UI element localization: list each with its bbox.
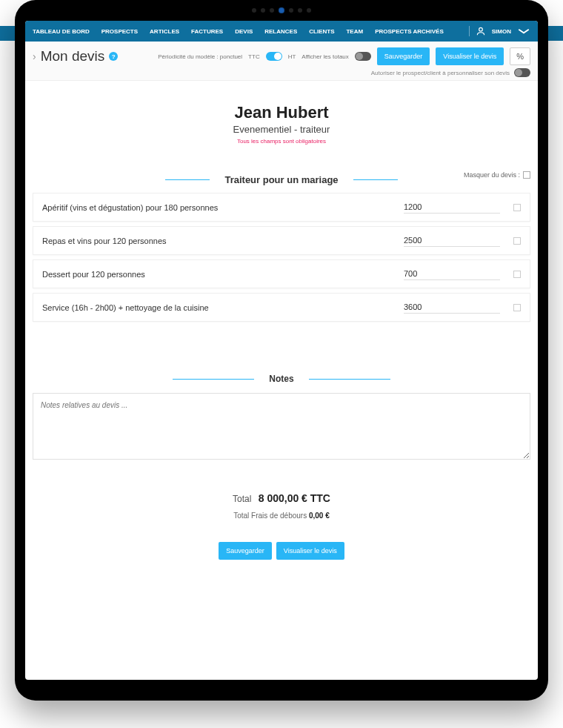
total-label: Total [233,494,251,504]
nav-items: TABLEAU DE BORD PROSPECTS ARTICLES FACTU… [33,28,444,35]
view-quote-button[interactable]: Visualiser le devis [436,47,504,65]
tablet-frame: TABLEAU DE BORD PROSPECTS ARTICLES FACTU… [15,0,548,701]
line-item-price[interactable]: 2500 [404,234,500,247]
periodicity-label: Périodicité du modèle : ponctuel [158,53,242,60]
line-item-desc[interactable]: Repas et vins pour 120 personnes [42,236,404,245]
debours-amount: 0,00 € [309,512,330,520]
nav-prospects[interactable]: PROSPECTS [101,28,138,35]
line-item: Dessert pour 120 personnes 700 [33,259,530,288]
line-item: Apéritif (vins et dégustation) pour 180 … [33,193,530,222]
notes-title: Notes [269,374,293,384]
user-name: SIMON [492,28,511,35]
section-header: Traiteur pour un mariage Masquer du devi… [33,174,530,185]
notes-section: Notes [33,374,530,463]
total-amount: 8 000,00 € TTC [259,492,330,504]
page-title: Mon devis [41,48,105,64]
line-item-price[interactable]: 3600 [404,301,500,314]
ttc-ht-toggle[interactable] [266,52,282,61]
footer-view-button[interactable]: Visualiser le devis [276,542,344,560]
debours-label: Total Frais de débours [233,512,307,520]
line-item-price[interactable]: 700 [404,268,500,280]
line-item-checkbox[interactable] [513,304,521,311]
line-item-checkbox[interactable] [513,204,521,211]
nav-reminders[interactable]: RELANCES [264,28,297,35]
percent-button[interactable]: % [510,47,530,65]
required-fields-note: Tous les champs sont obligatoires [33,138,530,145]
nav-separator [469,26,470,36]
section-line-right [353,179,398,180]
show-totals-label: Afficher les totaux [302,53,348,60]
client-name: Jean Hubert [33,103,530,122]
nav-articles[interactable]: ARTICLES [150,28,179,35]
nav-invoices[interactable]: FACTURES [191,28,223,35]
content-area: Jean Hubert Evenementiel - traiteur Tous… [25,81,538,575]
page-title-wrap: › Mon devis ? [33,48,118,64]
tablet-camera [252,7,311,13]
notes-textarea[interactable] [33,393,530,460]
nav-team[interactable]: TEAM [346,28,363,35]
total-debours: Total Frais de débours 0,00 € [33,512,530,520]
total-main: Total 8 000,00 € TTC [33,492,530,504]
line-item-checkbox[interactable] [513,271,521,278]
help-icon[interactable]: ? [109,52,118,61]
line-item-desc[interactable]: Apéritif (vins et dégustation) pour 180 … [42,203,404,212]
mask-checkbox[interactable] [523,171,530,179]
notes-line-right [309,379,390,380]
notes-header: Notes [33,374,530,384]
nav-dashboard[interactable]: TABLEAU DE BORD [33,28,90,35]
top-nav: TABLEAU DE BORD PROSPECTS ARTICLES FACTU… [25,21,538,42]
subheader-controls: Périodicité du modèle : ponctuel TTC HT … [158,47,530,65]
client-header: Jean Hubert Evenementiel - traiteur Tous… [33,103,530,145]
line-item: Service (16h - 2h00) + nettoyage de la c… [33,293,530,322]
tablet-screen: TABLEAU DE BORD PROSPECTS ARTICLES FACTU… [25,21,538,680]
section-title[interactable]: Traiteur pour un mariage [224,174,338,185]
nav-quotes[interactable]: DEVIS [235,28,253,35]
nav-user-area[interactable]: SIMON [469,26,530,36]
line-item-desc[interactable]: Dessert pour 120 personnes [42,270,404,279]
notes-line-left [173,379,254,380]
chevron-down-icon [517,27,530,35]
mask-label: Masquer du devis : [464,171,520,179]
line-item: Repas et vins pour 120 personnes 2500 [33,226,530,255]
ht-label: HT [288,53,296,60]
subheader: › Mon devis ? Périodicité du modèle : po… [25,42,538,81]
ttc-label: TTC [248,53,260,60]
allow-customize-label: Autoriser le prospect/client à personnal… [371,70,510,76]
footer-buttons: Sauvegarder Visualiser le devis [33,542,530,560]
footer-save-button[interactable]: Sauvegarder [219,542,272,560]
totals: Total 8 000,00 € TTC Total Frais de débo… [33,492,530,520]
line-item-price[interactable]: 1200 [404,201,500,214]
chevron-right-icon: › [33,50,36,62]
line-items: Apéritif (vins et dégustation) pour 180 … [33,193,530,322]
show-totals-toggle[interactable] [355,52,371,61]
nav-archived-prospects[interactable]: PROSPECTS ARCHIVÉS [375,28,444,35]
allow-customize-toggle[interactable] [514,68,530,77]
line-item-desc[interactable]: Service (16h - 2h00) + nettoyage de la c… [42,303,404,312]
save-button[interactable]: Sauvegarder [377,47,430,65]
section-line-left [165,179,210,180]
client-subtitle: Evenementiel - traiteur [33,124,530,135]
mask-from-quote[interactable]: Masquer du devis : [464,171,530,179]
svg-point-0 [479,27,482,31]
line-item-checkbox[interactable] [513,237,521,245]
nav-clients[interactable]: CLIENTS [309,28,334,35]
user-icon [476,26,486,36]
